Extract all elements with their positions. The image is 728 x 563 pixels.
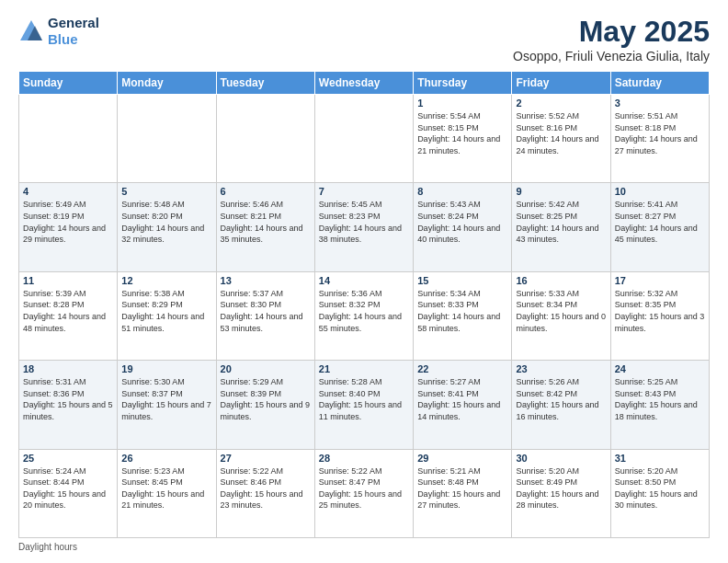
page: General Blue May 2025 Osoppo, Friuli Ven… xyxy=(0,0,728,563)
logo-text: General Blue xyxy=(48,15,99,48)
day-number: 10 xyxy=(615,186,705,197)
day-info: Sunrise: 5:25 AM Sunset: 8:43 PM Dayligh… xyxy=(615,376,705,422)
cell-3-6: 24Sunrise: 5:25 AM Sunset: 8:43 PM Dayli… xyxy=(610,361,709,449)
day-info: Sunrise: 5:41 AM Sunset: 8:27 PM Dayligh… xyxy=(615,199,705,245)
day-info: Sunrise: 5:42 AM Sunset: 8:25 PM Dayligh… xyxy=(516,199,606,245)
header: General Blue May 2025 Osoppo, Friuli Ven… xyxy=(18,15,710,63)
cell-2-6: 17Sunrise: 5:32 AM Sunset: 8:35 PM Dayli… xyxy=(610,271,709,360)
col-thursday: Thursday xyxy=(414,72,512,95)
day-info: Sunrise: 5:32 AM Sunset: 8:35 PM Dayligh… xyxy=(615,288,705,334)
week-row-5: 25Sunrise: 5:24 AM Sunset: 8:44 PM Dayli… xyxy=(19,449,710,537)
cell-4-4: 29Sunrise: 5:21 AM Sunset: 8:48 PM Dayli… xyxy=(414,449,512,537)
day-info: Sunrise: 5:37 AM Sunset: 8:30 PM Dayligh… xyxy=(221,288,311,334)
cell-1-1: 5Sunrise: 5:48 AM Sunset: 8:20 PM Daylig… xyxy=(118,183,216,271)
cell-4-3: 28Sunrise: 5:22 AM Sunset: 8:47 PM Dayli… xyxy=(314,449,413,537)
col-sunday: Sunday xyxy=(19,72,118,95)
cell-2-5: 16Sunrise: 5:33 AM Sunset: 8:34 PM Dayli… xyxy=(512,271,610,360)
week-row-3: 11Sunrise: 5:39 AM Sunset: 8:28 PM Dayli… xyxy=(19,271,710,360)
day-info: Sunrise: 5:48 AM Sunset: 8:20 PM Dayligh… xyxy=(121,199,211,245)
day-info: Sunrise: 5:23 AM Sunset: 8:45 PM Dayligh… xyxy=(121,465,211,511)
day-number: 29 xyxy=(417,453,507,464)
cell-2-3: 14Sunrise: 5:36 AM Sunset: 8:32 PM Dayli… xyxy=(314,271,413,360)
cell-1-2: 6Sunrise: 5:46 AM Sunset: 8:21 PM Daylig… xyxy=(216,183,314,271)
day-info: Sunrise: 5:51 AM Sunset: 8:18 PM Dayligh… xyxy=(615,110,705,156)
day-info: Sunrise: 5:22 AM Sunset: 8:47 PM Dayligh… xyxy=(319,465,409,511)
cell-1-0: 4Sunrise: 5:49 AM Sunset: 8:19 PM Daylig… xyxy=(19,183,118,271)
logo-icon xyxy=(18,18,44,44)
cell-0-0 xyxy=(19,95,118,183)
cell-2-1: 12Sunrise: 5:38 AM Sunset: 8:29 PM Dayli… xyxy=(118,271,216,360)
cell-1-6: 10Sunrise: 5:41 AM Sunset: 8:27 PM Dayli… xyxy=(610,183,709,271)
day-info: Sunrise: 5:49 AM Sunset: 8:19 PM Dayligh… xyxy=(23,199,113,245)
col-tuesday: Tuesday xyxy=(216,72,314,95)
day-info: Sunrise: 5:54 AM Sunset: 8:15 PM Dayligh… xyxy=(417,110,507,156)
day-number: 18 xyxy=(23,363,113,374)
day-number: 22 xyxy=(417,363,507,374)
day-info: Sunrise: 5:22 AM Sunset: 8:46 PM Dayligh… xyxy=(221,465,311,511)
cell-0-2 xyxy=(216,95,314,183)
day-info: Sunrise: 5:43 AM Sunset: 8:24 PM Dayligh… xyxy=(417,199,507,245)
day-number: 23 xyxy=(516,363,606,374)
day-info: Sunrise: 5:20 AM Sunset: 8:50 PM Dayligh… xyxy=(615,465,705,511)
col-friday: Friday xyxy=(512,72,610,95)
day-number: 24 xyxy=(615,363,705,374)
subtitle: Osoppo, Friuli Venezia Giulia, Italy xyxy=(513,49,710,63)
day-number: 13 xyxy=(221,275,311,286)
day-info: Sunrise: 5:24 AM Sunset: 8:44 PM Dayligh… xyxy=(23,465,113,511)
cell-1-5: 9Sunrise: 5:42 AM Sunset: 8:25 PM Daylig… xyxy=(512,183,610,271)
day-number: 6 xyxy=(221,186,311,197)
day-info: Sunrise: 5:28 AM Sunset: 8:40 PM Dayligh… xyxy=(319,376,409,422)
col-wednesday: Wednesday xyxy=(314,72,413,95)
day-info: Sunrise: 5:34 AM Sunset: 8:33 PM Dayligh… xyxy=(417,288,507,334)
cell-3-5: 23Sunrise: 5:26 AM Sunset: 8:42 PM Dayli… xyxy=(512,361,610,449)
main-title: May 2025 xyxy=(513,15,710,49)
day-info: Sunrise: 5:31 AM Sunset: 8:36 PM Dayligh… xyxy=(23,376,113,422)
day-number: 9 xyxy=(516,186,606,197)
day-number: 15 xyxy=(417,275,507,286)
day-info: Sunrise: 5:52 AM Sunset: 8:16 PM Dayligh… xyxy=(516,110,606,156)
day-info: Sunrise: 5:45 AM Sunset: 8:23 PM Dayligh… xyxy=(319,199,409,245)
day-info: Sunrise: 5:30 AM Sunset: 8:37 PM Dayligh… xyxy=(121,376,211,422)
week-row-4: 18Sunrise: 5:31 AM Sunset: 8:36 PM Dayli… xyxy=(19,361,710,449)
footer-note: Daylight hours xyxy=(18,542,710,552)
cell-3-0: 18Sunrise: 5:31 AM Sunset: 8:36 PM Dayli… xyxy=(19,361,118,449)
header-row: Sunday Monday Tuesday Wednesday Thursday… xyxy=(19,72,710,95)
day-number: 3 xyxy=(615,98,705,109)
cell-2-2: 13Sunrise: 5:37 AM Sunset: 8:30 PM Dayli… xyxy=(216,271,314,360)
cell-4-5: 30Sunrise: 5:20 AM Sunset: 8:49 PM Dayli… xyxy=(512,449,610,537)
cell-0-5: 2Sunrise: 5:52 AM Sunset: 8:16 PM Daylig… xyxy=(512,95,610,183)
title-block: May 2025 Osoppo, Friuli Venezia Giulia, … xyxy=(513,15,710,63)
cell-1-4: 8Sunrise: 5:43 AM Sunset: 8:24 PM Daylig… xyxy=(414,183,512,271)
day-info: Sunrise: 5:26 AM Sunset: 8:42 PM Dayligh… xyxy=(516,376,606,422)
day-number: 1 xyxy=(417,98,507,109)
day-info: Sunrise: 5:29 AM Sunset: 8:39 PM Dayligh… xyxy=(221,376,311,422)
day-info: Sunrise: 5:20 AM Sunset: 8:49 PM Dayligh… xyxy=(516,465,606,511)
cell-3-1: 19Sunrise: 5:30 AM Sunset: 8:37 PM Dayli… xyxy=(118,361,216,449)
day-info: Sunrise: 5:33 AM Sunset: 8:34 PM Dayligh… xyxy=(516,288,606,334)
day-number: 16 xyxy=(516,275,606,286)
day-number: 31 xyxy=(615,453,705,464)
day-number: 26 xyxy=(121,453,211,464)
calendar-table: Sunday Monday Tuesday Wednesday Thursday… xyxy=(18,71,710,538)
day-number: 7 xyxy=(319,186,409,197)
day-number: 12 xyxy=(121,275,211,286)
cell-2-4: 15Sunrise: 5:34 AM Sunset: 8:33 PM Dayli… xyxy=(414,271,512,360)
day-info: Sunrise: 5:36 AM Sunset: 8:32 PM Dayligh… xyxy=(319,288,409,334)
day-info: Sunrise: 5:38 AM Sunset: 8:29 PM Dayligh… xyxy=(121,288,211,334)
day-number: 17 xyxy=(615,275,705,286)
cell-1-3: 7Sunrise: 5:45 AM Sunset: 8:23 PM Daylig… xyxy=(314,183,413,271)
week-row-1: 1Sunrise: 5:54 AM Sunset: 8:15 PM Daylig… xyxy=(19,95,710,183)
col-saturday: Saturday xyxy=(610,72,709,95)
cell-4-2: 27Sunrise: 5:22 AM Sunset: 8:46 PM Dayli… xyxy=(216,449,314,537)
cell-3-3: 21Sunrise: 5:28 AM Sunset: 8:40 PM Dayli… xyxy=(314,361,413,449)
day-number: 2 xyxy=(516,98,606,109)
cell-0-4: 1Sunrise: 5:54 AM Sunset: 8:15 PM Daylig… xyxy=(414,95,512,183)
day-number: 21 xyxy=(319,363,409,374)
day-number: 14 xyxy=(319,275,409,286)
day-info: Sunrise: 5:46 AM Sunset: 8:21 PM Dayligh… xyxy=(221,199,311,245)
day-number: 11 xyxy=(23,275,113,286)
day-number: 5 xyxy=(121,186,211,197)
week-row-2: 4Sunrise: 5:49 AM Sunset: 8:19 PM Daylig… xyxy=(19,183,710,271)
logo: General Blue xyxy=(18,15,99,48)
day-number: 19 xyxy=(121,363,211,374)
